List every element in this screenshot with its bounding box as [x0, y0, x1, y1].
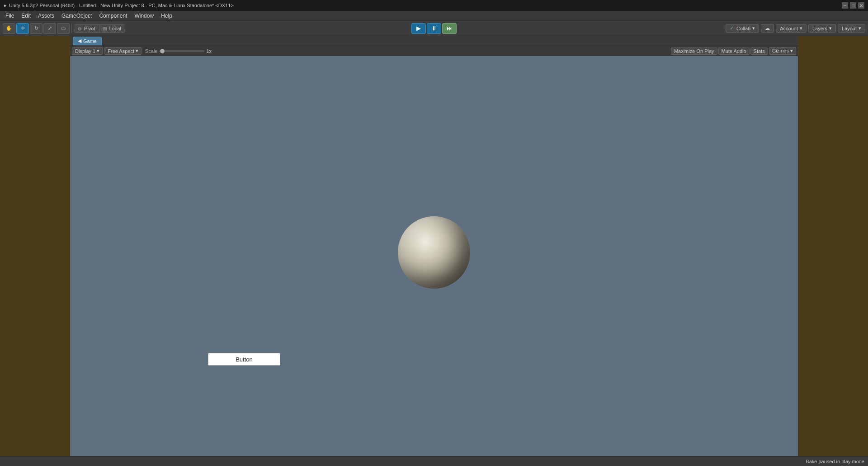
- menu-edit[interactable]: Edit: [18, 12, 34, 20]
- game-tab-bar: ◀ Game: [70, 36, 798, 46]
- scale-slider-thumb: [160, 49, 165, 53]
- rect-tool-button[interactable]: ▭: [57, 23, 70, 34]
- game-view-toolbar: Display 1 ▾ Free Aspect ▾ Scale 1x Maxim…: [70, 46, 798, 56]
- layers-chevron: ▾: [829, 25, 832, 31]
- pivot-local-group: ⊙ Pivot ⊞ Local: [74, 24, 125, 33]
- title-bar: ♦ Unity 5.6.3p2 Personal (64bit) - Untit…: [0, 0, 868, 11]
- menu-file[interactable]: File: [2, 12, 18, 20]
- menu-assets[interactable]: Assets: [34, 12, 58, 20]
- local-button[interactable]: ⊞ Local: [99, 25, 125, 32]
- menu-bar: File Edit Assets GameObject Component Wi…: [0, 11, 868, 21]
- layout-chevron: ▾: [859, 25, 861, 31]
- collab-chevron: ▾: [752, 25, 755, 31]
- display-chevron: ▾: [97, 48, 99, 54]
- scale-group: Scale 1x: [145, 48, 212, 54]
- pivot-icon: ⊙: [78, 26, 81, 31]
- main-layout: ◀ Game Display 1 ▾ Free Aspect ▾ Scale 1…: [0, 36, 868, 456]
- menu-gameobject[interactable]: GameObject: [58, 12, 95, 20]
- status-bar: Bake paused in play mode: [0, 456, 868, 466]
- minimize-button[interactable]: ─: [842, 2, 848, 9]
- account-button[interactable]: Account ▾: [776, 24, 807, 33]
- right-toolbar: Collab ▾ Account ▾ Layers ▾ Layout ▾: [726, 24, 865, 33]
- collab-label: Collab: [736, 26, 750, 31]
- display-label: Display 1: [75, 48, 95, 54]
- gizmos-chevron: ▾: [790, 48, 793, 53]
- sphere-container: [398, 216, 470, 289]
- ui-button-label: Button: [236, 356, 253, 363]
- rotate-tool-button[interactable]: ↻: [30, 23, 42, 34]
- gizmos-label: Gizmos: [772, 48, 789, 53]
- scale-label: Scale: [145, 48, 158, 54]
- layout-button[interactable]: Layout ▾: [838, 24, 865, 33]
- maximize-button[interactable]: □: [850, 2, 856, 9]
- toolbar: ✋ ✛ ↻ ⤢ ▭ ⊙ Pivot ⊞ Local ▶ ⏸ ⏭ Collab ▾: [0, 21, 868, 36]
- game-tab-icon: ◀: [78, 38, 81, 44]
- gv-right-controls: Maximize On Play Mute Audio Stats Gizmos…: [671, 47, 796, 55]
- pause-button[interactable]: ⏸: [427, 23, 441, 34]
- window-controls: ─ □ ✕: [842, 2, 864, 9]
- game-tab-label: Game: [83, 38, 97, 44]
- layers-button[interactable]: Layers ▾: [808, 24, 836, 33]
- mute-audio-label: Mute Audio: [722, 48, 746, 54]
- left-panel: [0, 36, 70, 456]
- scale-value: 1x: [206, 48, 212, 54]
- right-panel: [798, 36, 868, 456]
- close-button[interactable]: ✕: [858, 2, 864, 9]
- pivot-label: Pivot: [84, 26, 95, 31]
- mute-audio-button[interactable]: Mute Audio: [718, 48, 750, 55]
- cloud-button[interactable]: [761, 24, 774, 33]
- display-dropdown[interactable]: Display 1 ▾: [72, 47, 103, 55]
- scale-tool-button[interactable]: ⤢: [43, 23, 56, 34]
- menu-component[interactable]: Component: [95, 12, 131, 20]
- maximize-on-play-label: Maximize On Play: [674, 48, 714, 54]
- stats-label: Stats: [754, 48, 765, 54]
- scale-slider[interactable]: [159, 50, 204, 52]
- tool-buttons-group: ✋ ✛ ↻ ⤢ ▭: [3, 23, 70, 34]
- menu-help[interactable]: Help: [157, 12, 176, 20]
- layout-label: Layout: [842, 26, 857, 31]
- center-area: ◀ Game Display 1 ▾ Free Aspect ▾ Scale 1…: [70, 36, 798, 456]
- bake-status: Bake paused in play mode: [806, 459, 864, 464]
- account-chevron: ▾: [800, 25, 802, 31]
- stats-button[interactable]: Stats: [750, 48, 768, 55]
- hand-tool-button[interactable]: ✋: [3, 23, 15, 34]
- local-icon: ⊞: [103, 26, 107, 31]
- layers-label: Layers: [812, 26, 827, 31]
- play-controls: ▶ ⏸ ⏭: [411, 23, 457, 34]
- checkmark-icon: [730, 25, 735, 31]
- collab-button[interactable]: Collab ▾: [726, 24, 759, 33]
- account-label: Account: [780, 26, 798, 31]
- pivot-button[interactable]: ⊙ Pivot: [74, 25, 99, 32]
- step-button[interactable]: ⏭: [442, 23, 457, 34]
- local-label: Local: [109, 26, 121, 31]
- play-button[interactable]: ▶: [411, 23, 426, 34]
- app-icon: ♦: [4, 3, 6, 8]
- game-viewport[interactable]: Button: [70, 56, 798, 456]
- 3d-sphere: [398, 216, 470, 289]
- ui-button[interactable]: Button: [208, 353, 280, 366]
- aspect-dropdown[interactable]: Free Aspect ▾: [104, 47, 142, 55]
- game-tab[interactable]: ◀ Game: [73, 37, 102, 45]
- move-tool-button[interactable]: ✛: [16, 23, 29, 34]
- aspect-label: Free Aspect: [108, 48, 134, 54]
- cloud-icon: [765, 25, 770, 31]
- gizmos-button[interactable]: Gizmos ▾: [769, 47, 796, 55]
- menu-window[interactable]: Window: [131, 12, 157, 20]
- title-text: Unity 5.6.3p2 Personal (64bit) - Untitle…: [9, 3, 842, 8]
- toolbar-sep-1: [71, 24, 72, 33]
- aspect-chevron: ▾: [136, 48, 138, 54]
- maximize-on-play-button[interactable]: Maximize On Play: [671, 48, 717, 55]
